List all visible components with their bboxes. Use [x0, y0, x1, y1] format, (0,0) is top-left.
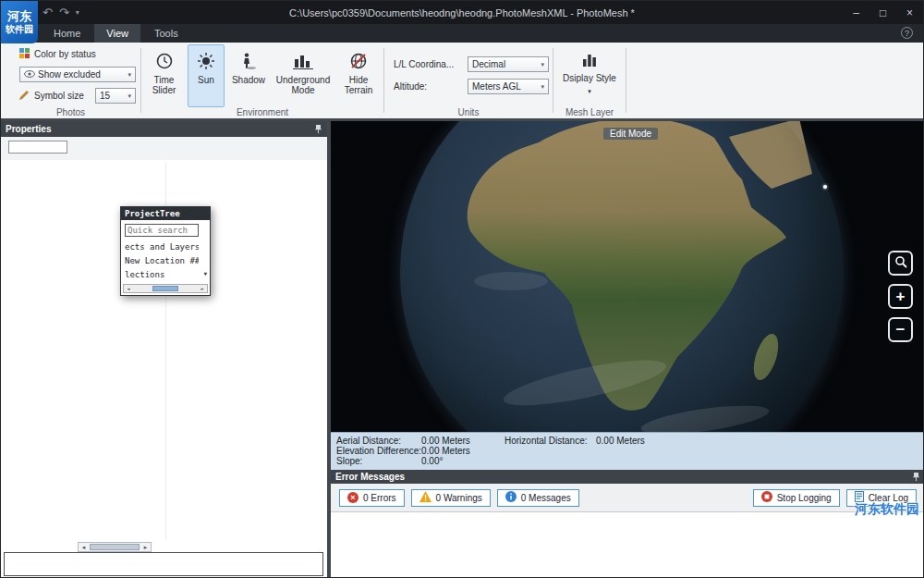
- project-tree-window: ProjectTree ects and Layers New Location…: [120, 206, 211, 296]
- magnifier-icon: [894, 255, 907, 271]
- shadow-button[interactable]: Shadow: [227, 44, 270, 107]
- underground-icon: [293, 52, 313, 72]
- stop-logging-button[interactable]: Stop Logging: [753, 489, 840, 507]
- clear-log-icon: [855, 491, 864, 504]
- photomesh-window: ↶ ↷ ▾ C:\Users\pc0359\Documents\heodng\h…: [0, 0, 924, 578]
- measurement-status-bar: Aerial Distance: 0.00 Meters Elevation D…: [331, 432, 924, 470]
- ribbon-tab-row: Home View Tools ?: [1, 24, 923, 43]
- scroll-down-icon[interactable]: ▼: [203, 270, 207, 277]
- symbol-size-dropdown[interactable]: 15 ▾: [95, 88, 136, 104]
- scrollbar-track[interactable]: [133, 285, 198, 292]
- properties-panel-title: Properties: [6, 124, 51, 134]
- shadow-icon: [239, 52, 258, 72]
- photos-group-label: Photos: [1, 107, 140, 117]
- project-tree-titlebar[interactable]: ProjectTree: [121, 207, 210, 220]
- error-log-content[interactable]: [331, 512, 924, 578]
- chevron-down-icon: ▾: [125, 71, 131, 79]
- display-style-button[interactable]: Dsiplay Style ▾: [559, 44, 620, 107]
- horizontal-distance-label: Horizontal Distance:: [505, 436, 587, 446]
- zoom-in-button[interactable]: +: [888, 284, 913, 309]
- clear-log-button[interactable]: Clear Log: [846, 489, 917, 507]
- units-group-label: Units: [384, 107, 553, 117]
- color-by-status-label: Color by status: [34, 49, 96, 59]
- scrollbar-thumb[interactable]: [152, 286, 178, 291]
- symbol-size-label: Symbol size: [34, 91, 84, 101]
- tab-tools[interactable]: Tools: [142, 24, 190, 43]
- show-excluded-dropdown[interactable]: Show excluded ▾: [19, 67, 136, 82]
- color-by-status-button[interactable]: Color by status: [19, 48, 96, 60]
- help-icon[interactable]: ?: [901, 27, 913, 39]
- errors-filter-button[interactable]: × 0 Errors: [339, 489, 405, 507]
- location-marker[interactable]: [823, 185, 827, 189]
- warnings-filter-button[interactable]: 0 Warnings: [411, 489, 491, 507]
- undo-icon[interactable]: ↶: [43, 6, 53, 18]
- scroll-left-icon[interactable]: ◄: [79, 543, 89, 551]
- ribbon-group-mesh-layer: Dsiplay Style ▾ Mesh Layer: [553, 43, 626, 118]
- project-tree-search-input[interactable]: [125, 224, 199, 237]
- display-style-icon: [580, 52, 599, 70]
- error-circle-icon: ×: [347, 492, 359, 503]
- pin-icon[interactable]: [314, 125, 322, 134]
- zoom-window-button[interactable]: [888, 251, 913, 276]
- project-tree-hscrollbar[interactable]: ◄ ►: [123, 284, 208, 293]
- globe-shading: [400, 121, 844, 432]
- error-panel-title: Error Messages: [335, 472, 405, 482]
- error-panel-header: Error Messages: [331, 470, 924, 484]
- globe-slash-icon: [349, 52, 368, 72]
- coordinates-label: L/L Coordina...: [394, 59, 468, 69]
- scrollbar-thumb[interactable]: [90, 544, 140, 550]
- messages-filter-button[interactable]: 0 Messages: [497, 489, 579, 507]
- scroll-right-icon[interactable]: ►: [140, 543, 151, 551]
- mesh-layer-group-label: Mesh Layer: [553, 107, 626, 117]
- tab-home[interactable]: Home: [42, 24, 92, 43]
- maximize-button[interactable]: □: [869, 1, 896, 24]
- project-tree-list: ects and Layers New Location ##6 lection…: [125, 240, 199, 282]
- close-button[interactable]: ×: [896, 1, 923, 24]
- quick-access-dropdown-icon[interactable]: ▾: [76, 8, 79, 17]
- aerial-distance-label: Aerial Distance:: [336, 436, 401, 446]
- slope-value: 0.00°: [421, 456, 443, 466]
- horizontal-distance-value: 0.00 Meters: [596, 436, 645, 446]
- minimize-button[interactable]: –: [843, 1, 869, 24]
- underground-mode-button[interactable]: Underground Mode: [273, 44, 334, 107]
- pin-icon[interactable]: [912, 473, 920, 482]
- properties-panel: Properties ProjectTree ects and Layers N…: [1, 121, 327, 578]
- show-excluded-label: Show excluded: [38, 69, 101, 80]
- aerial-distance-value: 0.00 Meters: [421, 436, 470, 446]
- ribbon: Color by status Show excluded ▾ Symbol s…: [1, 43, 923, 121]
- slope-label: Slope:: [336, 456, 362, 466]
- properties-hscrollbar[interactable]: ◄ ►: [78, 542, 152, 552]
- tree-item[interactable]: lections: [125, 268, 199, 282]
- titlebar: ↶ ↷ ▾ C:\Users\pc0359\Documents\heodng\h…: [1, 1, 923, 24]
- sun-icon: [197, 52, 215, 72]
- chevron-down-icon: ▾: [538, 61, 544, 68]
- window-controls: – □ ×: [843, 1, 923, 24]
- properties-filter-input[interactable]: [8, 141, 67, 154]
- time-slider-button[interactable]: Time Slider: [143, 44, 185, 107]
- 3d-viewport[interactable]: Edit Mode + −: [331, 121, 924, 432]
- clock-icon: [155, 52, 174, 72]
- redo-icon[interactable]: ↷: [59, 6, 69, 18]
- error-panel-toolbar: × 0 Errors 0 Warnings 0 Messages Stop Lo…: [331, 484, 924, 512]
- sun-button[interactable]: Sun: [188, 44, 225, 107]
- altitude-label: Altitude:: [394, 81, 468, 92]
- tree-item[interactable]: New Location ##6: [125, 254, 199, 268]
- tree-item[interactable]: ects and Layers: [125, 240, 199, 254]
- color-by-status-icon: [19, 48, 30, 60]
- scroll-right-icon[interactable]: ►: [198, 285, 207, 292]
- viewport-nav-tools: + −: [886, 251, 915, 342]
- symbol-size-icon: [19, 90, 30, 102]
- edit-mode-badge: Edit Mode: [603, 128, 658, 140]
- hide-terrain-button[interactable]: Hide Terrain: [336, 44, 381, 107]
- scroll-left-icon[interactable]: ◄: [124, 285, 133, 292]
- properties-panel-header: Properties: [1, 121, 327, 137]
- chevron-down-icon: ▾: [588, 86, 591, 96]
- elevation-difference-label: Elevation Difference:: [336, 446, 421, 456]
- zoom-out-button[interactable]: −: [888, 317, 913, 342]
- ribbon-divider: [626, 48, 626, 113]
- ribbon-group-units: L/L Coordina... Decimal ▾ Altitude: Mete…: [384, 43, 553, 118]
- tab-view[interactable]: View: [94, 24, 140, 43]
- window-title: C:\Users\pc0359\Documents\heodng\heodng.…: [1, 7, 923, 18]
- altitude-dropdown[interactable]: Meters AGL ▾: [468, 79, 549, 94]
- coordinates-dropdown[interactable]: Decimal ▾: [468, 56, 549, 72]
